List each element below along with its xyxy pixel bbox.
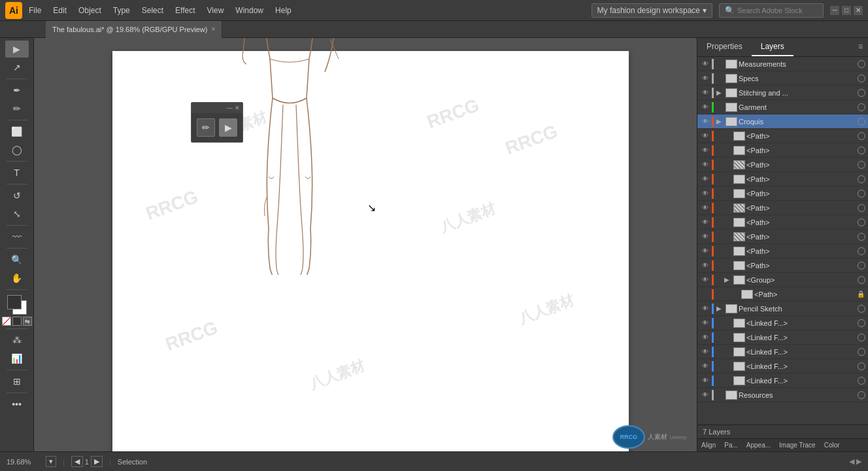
layer-visibility-toggle[interactable]: 👁 <box>700 375 710 386</box>
layer-visibility-toggle[interactable]: 👁 <box>700 332 710 343</box>
layer-item[interactable]: 👁<Path> <box>697 158 868 172</box>
layer-visibility-toggle[interactable]: 👁 <box>700 116 710 127</box>
layer-item[interactable]: 👁▶Croquis <box>697 114 868 129</box>
layer-visibility-toggle[interactable]: 👁 <box>700 145 710 156</box>
layer-visibility-toggle[interactable]: 👁 <box>700 174 710 184</box>
tab-close-button[interactable]: × <box>211 26 215 33</box>
float-panel-collapse-button[interactable]: — <box>227 105 233 111</box>
black-swatch[interactable] <box>12 317 22 326</box>
ellipse-tool-button[interactable]: ◯ <box>5 141 29 158</box>
color-swatches[interactable] <box>7 295 27 315</box>
color-tab[interactable]: Color <box>820 439 844 451</box>
menu-item-select[interactable]: Select <box>137 3 169 18</box>
layer-item[interactable]: 👁Measurements <box>697 57 868 71</box>
layer-visibility-toggle[interactable]: 👁 <box>700 246 710 256</box>
rectangle-tool-button[interactable]: ⬜ <box>5 123 29 140</box>
pathfinder-tab[interactable]: Pa... <box>720 439 743 451</box>
layer-item[interactable]: 👁<Path> <box>697 215 868 230</box>
tab-properties[interactable]: Properties <box>697 38 752 56</box>
none-swatch[interactable] <box>2 317 11 326</box>
next-artboard-button[interactable]: ▶ <box>91 456 103 467</box>
scale-tool-button[interactable]: ⤡ <box>5 205 29 222</box>
rotate-tool-button[interactable]: ↺ <box>5 187 29 204</box>
layer-item[interactable]: 👁<Linked F...> <box>697 359 868 374</box>
layer-target-circle[interactable] <box>858 204 865 212</box>
layer-target-circle[interactable] <box>858 103 865 111</box>
artboard-tool-button[interactable]: ⊞ <box>5 373 29 390</box>
layer-visibility-toggle[interactable]: 👁 <box>700 361 710 372</box>
zoom-dropdown-button[interactable]: ▾ <box>46 456 56 467</box>
layer-item[interactable]: 👁<Linked F...> <box>697 374 868 388</box>
swap-colors-btn[interactable]: ⇆ <box>23 317 32 326</box>
float-panel-close-button[interactable]: ✕ <box>235 105 240 111</box>
float-pencil-tool[interactable]: ✏ <box>197 118 215 137</box>
layer-target-circle[interactable] <box>858 161 865 169</box>
layer-visibility-toggle[interactable]: 👁 <box>700 73 710 84</box>
layer-target-circle[interactable] <box>858 75 865 82</box>
layer-visibility-toggle[interactable] <box>700 289 710 300</box>
layer-item[interactable]: 👁Specs <box>697 71 868 86</box>
layer-item[interactable]: 👁<Path> <box>697 143 868 158</box>
layer-item[interactable]: 👁<Path> <box>697 258 868 273</box>
layer-target-circle[interactable] <box>858 89 865 97</box>
layer-visibility-toggle[interactable]: 👁 <box>700 203 710 213</box>
panel-options-button[interactable]: ≡ <box>853 38 868 56</box>
prev-artboard-button[interactable]: ◀ <box>71 456 83 467</box>
layer-expand-arrow[interactable]: ▶ <box>716 89 724 96</box>
layer-target-circle[interactable] <box>858 147 865 154</box>
hand-tool-button[interactable]: ✋ <box>5 270 29 287</box>
layer-target-circle[interactable] <box>858 262 865 270</box>
minimize-button[interactable]: ─ <box>830 6 839 15</box>
menu-item-view[interactable]: View <box>202 3 229 18</box>
layer-item[interactable]: 👁<Linked F...> <box>697 316 868 330</box>
menu-item-type[interactable]: Type <box>108 3 135 18</box>
layer-target-circle[interactable] <box>858 175 865 183</box>
layer-item[interactable]: 👁<Path> <box>697 244 868 258</box>
layer-item[interactable]: <Path>🔒 <box>697 287 868 302</box>
layer-target-circle[interactable] <box>858 377 865 385</box>
maximize-button[interactable]: □ <box>842 6 851 15</box>
layer-target-circle[interactable] <box>858 276 865 284</box>
direct-select-tool-button[interactable]: ↗ <box>5 59 29 76</box>
layer-expand-arrow[interactable]: ▶ <box>724 276 732 283</box>
menu-item-object[interactable]: Object <box>73 3 107 18</box>
search-box[interactable]: 🔍 Search Adobe Stock <box>719 3 824 18</box>
menu-item-edit[interactable]: Edit <box>48 3 72 18</box>
layer-item[interactable]: 👁<Linked F...> <box>697 345 868 359</box>
layer-target-circle[interactable] <box>858 391 865 399</box>
layer-target-circle[interactable] <box>858 305 865 313</box>
layer-target-circle[interactable] <box>858 233 865 241</box>
layer-visibility-toggle[interactable]: 👁 <box>700 260 710 271</box>
layer-expand-arrow[interactable]: ▶ <box>716 305 724 312</box>
appearance-tab[interactable]: Appea... <box>743 439 775 451</box>
layer-visibility-toggle[interactable]: 👁 <box>700 131 710 141</box>
pen-tool-button[interactable]: ✒ <box>5 82 29 99</box>
foreground-color-swatch[interactable] <box>7 295 22 309</box>
layer-target-circle[interactable] <box>858 190 865 198</box>
pencil-tool-button[interactable]: ✏ <box>5 100 29 117</box>
layer-item[interactable]: 👁<Path> <box>697 201 868 215</box>
layer-item[interactable]: 👁▶<Group> <box>697 273 868 287</box>
type-tool-button[interactable]: T <box>5 164 29 181</box>
layer-target-circle[interactable] <box>858 218 865 226</box>
menu-item-file[interactable]: File <box>24 3 46 18</box>
layer-visibility-toggle[interactable]: 👁 <box>700 318 710 328</box>
layer-visibility-toggle[interactable]: 👁 <box>700 188 710 199</box>
layer-visibility-toggle[interactable]: 👁 <box>700 232 710 242</box>
layer-target-circle[interactable] <box>858 118 865 126</box>
layer-visibility-toggle[interactable]: 👁 <box>700 275 710 285</box>
layer-target-circle[interactable] <box>858 247 865 255</box>
image-trace-tab[interactable]: Image Trace <box>775 439 820 451</box>
layer-visibility-toggle[interactable]: 👁 <box>700 390 710 400</box>
select-tool-button[interactable]: ▶ <box>5 41 29 58</box>
float-select-tool[interactable]: ▶ <box>219 118 237 137</box>
layer-item[interactable]: 👁▶Pencil Sketch <box>697 302 868 316</box>
layer-target-circle[interactable] <box>858 334 865 341</box>
layer-visibility-toggle[interactable]: 👁 <box>700 102 710 113</box>
layer-target-circle[interactable] <box>858 319 865 327</box>
document-tab[interactable]: The fabulous.ai* @ 19.68% (RGB/GPU Previ… <box>46 21 222 38</box>
layer-lock-icon[interactable]: 🔒 <box>856 290 865 299</box>
graph-tool-button[interactable]: 📊 <box>5 350 29 367</box>
tab-layers[interactable]: Layers <box>752 38 793 56</box>
layer-item[interactable]: 👁<Path> <box>697 172 868 186</box>
